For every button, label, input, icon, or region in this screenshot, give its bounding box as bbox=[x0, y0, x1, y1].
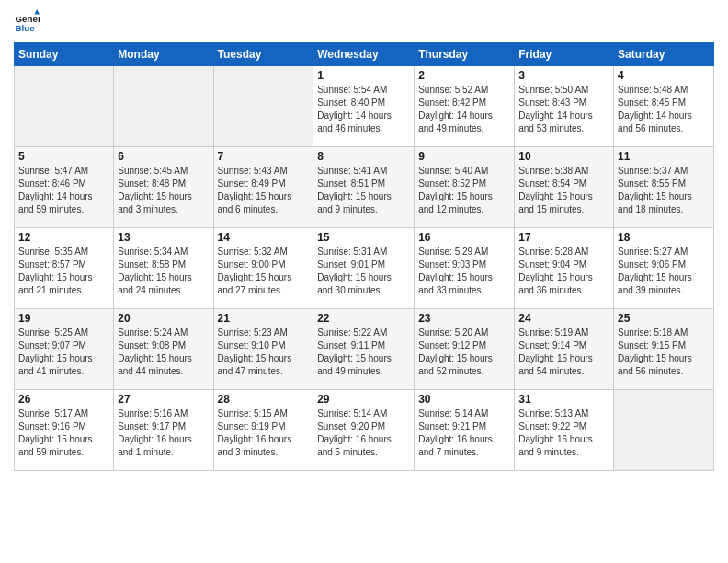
day-info: Sunrise: 5:43 AM Sunset: 8:49 PM Dayligh… bbox=[218, 165, 310, 216]
day-number: 23 bbox=[418, 312, 510, 325]
calendar-cell: 26Sunrise: 5:17 AM Sunset: 9:16 PM Dayli… bbox=[15, 390, 114, 471]
day-number: 19 bbox=[18, 312, 109, 325]
day-number: 20 bbox=[118, 312, 209, 325]
day-number: 15 bbox=[317, 231, 410, 244]
day-info: Sunrise: 5:45 AM Sunset: 8:48 PM Dayligh… bbox=[118, 165, 209, 216]
calendar-cell bbox=[15, 66, 114, 147]
calendar-cell: 8Sunrise: 5:41 AM Sunset: 8:51 PM Daylig… bbox=[313, 147, 415, 228]
day-info: Sunrise: 5:18 AM Sunset: 9:15 PM Dayligh… bbox=[618, 327, 710, 378]
calendar-week-1: 1Sunrise: 5:54 AM Sunset: 8:40 PM Daylig… bbox=[15, 66, 714, 147]
calendar-cell: 6Sunrise: 5:45 AM Sunset: 8:48 PM Daylig… bbox=[114, 147, 213, 228]
calendar-cell: 29Sunrise: 5:14 AM Sunset: 9:20 PM Dayli… bbox=[313, 390, 415, 471]
calendar-cell: 16Sunrise: 5:29 AM Sunset: 9:03 PM Dayli… bbox=[415, 228, 515, 309]
day-info: Sunrise: 5:25 AM Sunset: 9:07 PM Dayligh… bbox=[18, 327, 109, 378]
day-number: 31 bbox=[518, 393, 609, 406]
day-info: Sunrise: 5:41 AM Sunset: 8:51 PM Dayligh… bbox=[317, 165, 410, 216]
day-info: Sunrise: 5:54 AM Sunset: 8:40 PM Dayligh… bbox=[317, 84, 410, 135]
day-number: 2 bbox=[418, 69, 510, 82]
calendar-cell bbox=[114, 66, 213, 147]
day-number: 22 bbox=[317, 312, 410, 325]
day-info: Sunrise: 5:37 AM Sunset: 8:55 PM Dayligh… bbox=[618, 165, 710, 216]
calendar-cell: 22Sunrise: 5:22 AM Sunset: 9:11 PM Dayli… bbox=[313, 309, 415, 390]
calendar-cell: 11Sunrise: 5:37 AM Sunset: 8:55 PM Dayli… bbox=[614, 147, 714, 228]
calendar-cell bbox=[614, 390, 714, 471]
calendar-cell: 30Sunrise: 5:14 AM Sunset: 9:21 PM Dayli… bbox=[415, 390, 515, 471]
day-info: Sunrise: 5:38 AM Sunset: 8:54 PM Dayligh… bbox=[518, 165, 609, 216]
day-info: Sunrise: 5:14 AM Sunset: 9:21 PM Dayligh… bbox=[418, 408, 510, 459]
calendar-cell: 18Sunrise: 5:27 AM Sunset: 9:06 PM Dayli… bbox=[614, 228, 714, 309]
day-number: 16 bbox=[418, 231, 510, 244]
calendar-week-2: 5Sunrise: 5:47 AM Sunset: 8:46 PM Daylig… bbox=[15, 147, 714, 228]
calendar-cell: 13Sunrise: 5:34 AM Sunset: 8:58 PM Dayli… bbox=[114, 228, 213, 309]
calendar-cell: 15Sunrise: 5:31 AM Sunset: 9:01 PM Dayli… bbox=[313, 228, 415, 309]
weekday-header-tuesday: Tuesday bbox=[213, 43, 313, 66]
calendar-cell bbox=[213, 66, 313, 147]
logo-icon: General Blue bbox=[14, 9, 40, 35]
weekday-header-wednesday: Wednesday bbox=[313, 43, 415, 66]
day-info: Sunrise: 5:19 AM Sunset: 9:14 PM Dayligh… bbox=[518, 327, 609, 378]
day-number: 6 bbox=[118, 150, 209, 163]
day-number: 24 bbox=[518, 312, 609, 325]
calendar-cell: 27Sunrise: 5:16 AM Sunset: 9:17 PM Dayli… bbox=[114, 390, 213, 471]
day-number: 28 bbox=[218, 393, 310, 406]
day-info: Sunrise: 5:24 AM Sunset: 9:08 PM Dayligh… bbox=[118, 327, 209, 378]
day-info: Sunrise: 5:28 AM Sunset: 9:04 PM Dayligh… bbox=[518, 246, 609, 297]
calendar-week-4: 19Sunrise: 5:25 AM Sunset: 9:07 PM Dayli… bbox=[15, 309, 714, 390]
day-info: Sunrise: 5:48 AM Sunset: 8:45 PM Dayligh… bbox=[618, 84, 710, 135]
day-number: 11 bbox=[618, 150, 710, 163]
day-number: 5 bbox=[18, 150, 109, 163]
calendar-cell: 31Sunrise: 5:13 AM Sunset: 9:22 PM Dayli… bbox=[515, 390, 614, 471]
calendar-cell: 20Sunrise: 5:24 AM Sunset: 9:08 PM Dayli… bbox=[114, 309, 213, 390]
day-info: Sunrise: 5:40 AM Sunset: 8:52 PM Dayligh… bbox=[418, 165, 510, 216]
day-number: 14 bbox=[218, 231, 310, 244]
calendar-cell: 2Sunrise: 5:52 AM Sunset: 8:42 PM Daylig… bbox=[415, 66, 515, 147]
day-info: Sunrise: 5:16 AM Sunset: 9:17 PM Dayligh… bbox=[118, 408, 209, 459]
day-info: Sunrise: 5:20 AM Sunset: 9:12 PM Dayligh… bbox=[418, 327, 510, 378]
svg-text:Blue: Blue bbox=[15, 23, 35, 33]
day-info: Sunrise: 5:34 AM Sunset: 8:58 PM Dayligh… bbox=[118, 246, 209, 297]
calendar-cell: 1Sunrise: 5:54 AM Sunset: 8:40 PM Daylig… bbox=[313, 66, 415, 147]
day-info: Sunrise: 5:47 AM Sunset: 8:46 PM Dayligh… bbox=[18, 165, 109, 216]
calendar-page: General Blue SundayMondayTuesdayWednesda… bbox=[0, 0, 728, 563]
day-number: 10 bbox=[518, 150, 609, 163]
header: General Blue bbox=[14, 9, 714, 35]
day-info: Sunrise: 5:22 AM Sunset: 9:11 PM Dayligh… bbox=[317, 327, 410, 378]
day-number: 7 bbox=[218, 150, 310, 163]
calendar-cell: 17Sunrise: 5:28 AM Sunset: 9:04 PM Dayli… bbox=[515, 228, 614, 309]
day-number: 8 bbox=[317, 150, 410, 163]
day-info: Sunrise: 5:15 AM Sunset: 9:19 PM Dayligh… bbox=[218, 408, 310, 459]
weekday-header-saturday: Saturday bbox=[614, 43, 714, 66]
calendar-cell: 25Sunrise: 5:18 AM Sunset: 9:15 PM Dayli… bbox=[614, 309, 714, 390]
day-number: 17 bbox=[518, 231, 609, 244]
weekday-header-sunday: Sunday bbox=[15, 43, 114, 66]
day-number: 21 bbox=[218, 312, 310, 325]
calendar-cell: 14Sunrise: 5:32 AM Sunset: 9:00 PM Dayli… bbox=[213, 228, 313, 309]
day-number: 26 bbox=[18, 393, 109, 406]
calendar-week-3: 12Sunrise: 5:35 AM Sunset: 8:57 PM Dayli… bbox=[15, 228, 714, 309]
day-number: 12 bbox=[18, 231, 109, 244]
day-number: 29 bbox=[317, 393, 410, 406]
day-info: Sunrise: 5:31 AM Sunset: 9:01 PM Dayligh… bbox=[317, 246, 410, 297]
calendar-cell: 4Sunrise: 5:48 AM Sunset: 8:45 PM Daylig… bbox=[614, 66, 714, 147]
day-number: 13 bbox=[118, 231, 209, 244]
calendar-cell: 9Sunrise: 5:40 AM Sunset: 8:52 PM Daylig… bbox=[415, 147, 515, 228]
day-number: 27 bbox=[118, 393, 209, 406]
day-info: Sunrise: 5:13 AM Sunset: 9:22 PM Dayligh… bbox=[518, 408, 609, 459]
day-info: Sunrise: 5:27 AM Sunset: 9:06 PM Dayligh… bbox=[618, 246, 710, 297]
calendar-week-5: 26Sunrise: 5:17 AM Sunset: 9:16 PM Dayli… bbox=[15, 390, 714, 471]
day-info: Sunrise: 5:32 AM Sunset: 9:00 PM Dayligh… bbox=[218, 246, 310, 297]
day-number: 1 bbox=[317, 69, 410, 82]
logo: General Blue bbox=[14, 9, 41, 35]
weekday-header-thursday: Thursday bbox=[415, 43, 515, 66]
day-number: 3 bbox=[518, 69, 609, 82]
calendar-cell: 10Sunrise: 5:38 AM Sunset: 8:54 PM Dayli… bbox=[515, 147, 614, 228]
day-info: Sunrise: 5:35 AM Sunset: 8:57 PM Dayligh… bbox=[18, 246, 109, 297]
calendar-table: SundayMondayTuesdayWednesdayThursdayFrid… bbox=[14, 42, 714, 471]
weekday-header-monday: Monday bbox=[114, 43, 213, 66]
calendar-cell: 12Sunrise: 5:35 AM Sunset: 8:57 PM Dayli… bbox=[15, 228, 114, 309]
weekday-header-friday: Friday bbox=[515, 43, 614, 66]
day-number: 25 bbox=[618, 312, 710, 325]
weekday-header-row: SundayMondayTuesdayWednesdayThursdayFrid… bbox=[15, 43, 714, 66]
calendar-cell: 23Sunrise: 5:20 AM Sunset: 9:12 PM Dayli… bbox=[415, 309, 515, 390]
svg-marker-2 bbox=[34, 9, 40, 15]
